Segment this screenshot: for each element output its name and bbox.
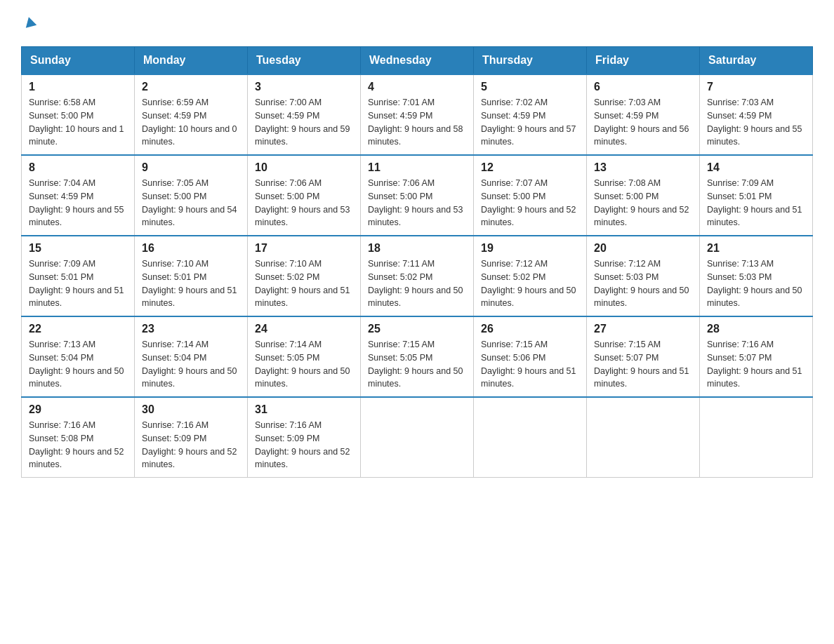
day-info: Sunrise: 6:58 AMSunset: 5:00 PMDaylight:… — [29, 96, 127, 149]
calendar-header: SundayMondayTuesdayWednesdayThursdayFrid… — [22, 47, 813, 75]
day-number: 24 — [255, 323, 353, 335]
calendar-cell: 12Sunrise: 7:07 AMSunset: 5:00 PMDayligh… — [474, 155, 587, 236]
day-info: Sunrise: 7:06 AMSunset: 5:00 PMDaylight:… — [255, 177, 353, 229]
calendar-cell: 9Sunrise: 7:05 AMSunset: 5:00 PMDaylight… — [135, 155, 248, 236]
day-number: 22 — [29, 323, 127, 335]
day-number: 3 — [255, 81, 353, 93]
day-number: 12 — [481, 161, 579, 174]
day-number: 5 — [481, 81, 579, 93]
day-number: 31 — [255, 403, 353, 416]
day-number: 9 — [142, 161, 240, 174]
logo — [21, 14, 37, 32]
calendar-cell: 3Sunrise: 7:00 AMSunset: 4:59 PMDaylight… — [248, 74, 361, 155]
day-info: Sunrise: 7:15 AMSunset: 5:05 PMDaylight:… — [368, 338, 466, 391]
day-info: Sunrise: 7:08 AMSunset: 5:00 PMDaylight:… — [594, 177, 692, 229]
calendar-cell: 17Sunrise: 7:10 AMSunset: 5:02 PMDayligh… — [248, 236, 361, 316]
page-header — [21, 14, 813, 32]
header-saturday: Saturday — [700, 47, 813, 75]
calendar-cell: 13Sunrise: 7:08 AMSunset: 5:00 PMDayligh… — [587, 155, 700, 236]
header-tuesday: Tuesday — [248, 47, 361, 75]
calendar-cell: 4Sunrise: 7:01 AMSunset: 4:59 PMDaylight… — [361, 74, 474, 155]
day-info: Sunrise: 7:16 AMSunset: 5:09 PMDaylight:… — [142, 419, 240, 471]
calendar-cell — [700, 397, 813, 478]
day-info: Sunrise: 7:07 AMSunset: 5:00 PMDaylight:… — [481, 177, 579, 229]
day-number: 19 — [481, 242, 579, 255]
day-info: Sunrise: 7:05 AMSunset: 5:00 PMDaylight:… — [142, 177, 240, 229]
day-info: Sunrise: 7:14 AMSunset: 5:04 PMDaylight:… — [142, 338, 240, 391]
day-number: 6 — [594, 81, 692, 93]
day-number: 25 — [368, 323, 466, 335]
day-number: 10 — [255, 161, 353, 174]
day-number: 17 — [255, 242, 353, 255]
day-number: 28 — [707, 323, 805, 335]
header-thursday: Thursday — [474, 47, 587, 75]
week-row-3: 15Sunrise: 7:09 AMSunset: 5:01 PMDayligh… — [22, 236, 813, 316]
header-row: SundayMondayTuesdayWednesdayThursdayFrid… — [22, 47, 813, 75]
header-friday: Friday — [587, 47, 700, 75]
day-info: Sunrise: 7:00 AMSunset: 4:59 PMDaylight:… — [255, 96, 353, 149]
day-number: 16 — [142, 242, 240, 255]
calendar-cell: 11Sunrise: 7:06 AMSunset: 5:00 PMDayligh… — [361, 155, 474, 236]
day-number: 29 — [29, 403, 127, 416]
day-number: 21 — [707, 242, 805, 255]
svg-marker-0 — [23, 15, 37, 28]
day-number: 13 — [594, 161, 692, 174]
day-info: Sunrise: 7:16 AMSunset: 5:09 PMDaylight:… — [255, 419, 353, 471]
week-row-5: 29Sunrise: 7:16 AMSunset: 5:08 PMDayligh… — [22, 397, 813, 478]
calendar-cell: 25Sunrise: 7:15 AMSunset: 5:05 PMDayligh… — [361, 316, 474, 397]
day-number: 26 — [481, 323, 579, 335]
calendar-cell: 30Sunrise: 7:16 AMSunset: 5:09 PMDayligh… — [135, 397, 248, 478]
day-info: Sunrise: 7:14 AMSunset: 5:05 PMDaylight:… — [255, 338, 353, 391]
calendar-cell: 31Sunrise: 7:16 AMSunset: 5:09 PMDayligh… — [248, 397, 361, 478]
calendar-cell: 10Sunrise: 7:06 AMSunset: 5:00 PMDayligh… — [248, 155, 361, 236]
calendar-cell: 19Sunrise: 7:12 AMSunset: 5:02 PMDayligh… — [474, 236, 587, 316]
calendar-cell: 21Sunrise: 7:13 AMSunset: 5:03 PMDayligh… — [700, 236, 813, 316]
day-info: Sunrise: 7:03 AMSunset: 4:59 PMDaylight:… — [707, 96, 805, 149]
calendar-cell — [587, 397, 700, 478]
header-monday: Monday — [135, 47, 248, 75]
logo-triangle-icon — [23, 15, 37, 32]
day-number: 7 — [707, 81, 805, 93]
day-number: 8 — [29, 161, 127, 174]
day-number: 1 — [29, 81, 127, 93]
week-row-2: 8Sunrise: 7:04 AMSunset: 4:59 PMDaylight… — [22, 155, 813, 236]
day-info: Sunrise: 7:12 AMSunset: 5:02 PMDaylight:… — [481, 257, 579, 310]
day-info: Sunrise: 7:15 AMSunset: 5:06 PMDaylight:… — [481, 338, 579, 391]
week-row-1: 1Sunrise: 6:58 AMSunset: 5:00 PMDaylight… — [22, 74, 813, 155]
header-sunday: Sunday — [22, 47, 135, 75]
day-number: 30 — [142, 403, 240, 416]
day-number: 14 — [707, 161, 805, 174]
calendar-cell: 27Sunrise: 7:15 AMSunset: 5:07 PMDayligh… — [587, 316, 700, 397]
calendar-cell: 16Sunrise: 7:10 AMSunset: 5:01 PMDayligh… — [135, 236, 248, 316]
day-info: Sunrise: 7:04 AMSunset: 4:59 PMDaylight:… — [29, 177, 127, 229]
calendar-body: 1Sunrise: 6:58 AMSunset: 5:00 PMDaylight… — [22, 74, 813, 478]
day-info: Sunrise: 7:16 AMSunset: 5:07 PMDaylight:… — [707, 338, 805, 391]
day-info: Sunrise: 7:13 AMSunset: 5:03 PMDaylight:… — [707, 257, 805, 310]
calendar-cell — [361, 397, 474, 478]
day-number: 23 — [142, 323, 240, 335]
day-info: Sunrise: 7:09 AMSunset: 5:01 PMDaylight:… — [707, 177, 805, 229]
calendar-cell: 24Sunrise: 7:14 AMSunset: 5:05 PMDayligh… — [248, 316, 361, 397]
day-number: 4 — [368, 81, 466, 93]
day-info: Sunrise: 7:16 AMSunset: 5:08 PMDaylight:… — [29, 419, 127, 471]
day-info: Sunrise: 7:03 AMSunset: 4:59 PMDaylight:… — [594, 96, 692, 149]
calendar-cell: 15Sunrise: 7:09 AMSunset: 5:01 PMDayligh… — [22, 236, 135, 316]
calendar-cell: 7Sunrise: 7:03 AMSunset: 4:59 PMDaylight… — [700, 74, 813, 155]
calendar-cell: 2Sunrise: 6:59 AMSunset: 4:59 PMDaylight… — [135, 74, 248, 155]
calendar-cell: 5Sunrise: 7:02 AMSunset: 4:59 PMDaylight… — [474, 74, 587, 155]
week-row-4: 22Sunrise: 7:13 AMSunset: 5:04 PMDayligh… — [22, 316, 813, 397]
day-info: Sunrise: 7:13 AMSunset: 5:04 PMDaylight:… — [29, 338, 127, 391]
day-info: Sunrise: 7:12 AMSunset: 5:03 PMDaylight:… — [594, 257, 692, 310]
calendar-cell: 1Sunrise: 6:58 AMSunset: 5:00 PMDaylight… — [22, 74, 135, 155]
calendar-cell: 6Sunrise: 7:03 AMSunset: 4:59 PMDaylight… — [587, 74, 700, 155]
day-number: 20 — [594, 242, 692, 255]
calendar-cell — [474, 397, 587, 478]
day-number: 15 — [29, 242, 127, 255]
day-number: 18 — [368, 242, 466, 255]
calendar-table: SundayMondayTuesdayWednesdayThursdayFrid… — [21, 46, 813, 478]
calendar-cell: 18Sunrise: 7:11 AMSunset: 5:02 PMDayligh… — [361, 236, 474, 316]
day-info: Sunrise: 6:59 AMSunset: 4:59 PMDaylight:… — [142, 96, 240, 149]
calendar-cell: 22Sunrise: 7:13 AMSunset: 5:04 PMDayligh… — [22, 316, 135, 397]
calendar-cell: 26Sunrise: 7:15 AMSunset: 5:06 PMDayligh… — [474, 316, 587, 397]
day-info: Sunrise: 7:15 AMSunset: 5:07 PMDaylight:… — [594, 338, 692, 391]
